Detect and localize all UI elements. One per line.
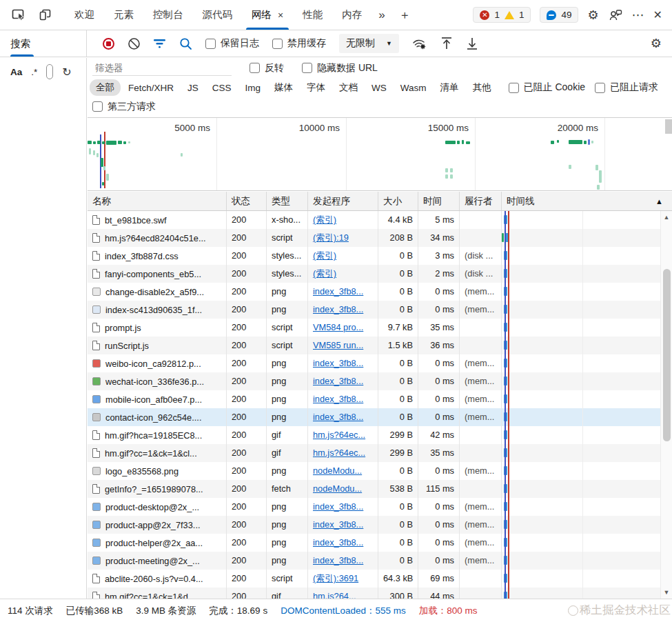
request-name-cell[interactable]: runScript.js [88,337,227,354]
request-name-cell[interactable]: hm.gif?cc=1&ck=1&cl... [88,444,227,462]
table-row[interactable]: getInfo?_=1651989078...200fetchnodeModu.… [88,480,660,498]
preserve-log-option[interactable]: 保留日志 [205,37,259,50]
table-row[interactable]: fanyi-components_eb5...200styles...(索引)0… [88,265,660,283]
initiator-link[interactable]: hm.js?64... [313,591,356,599]
header-status[interactable]: 状态 [227,192,267,210]
throttling-dropdown[interactable]: 无限制 ▼ [339,34,399,53]
initiator-link[interactable]: hm.js?64ec... [313,448,365,458]
initiator-link[interactable]: (索引):19 [313,232,349,243]
clear-button[interactable] [128,37,141,50]
table-row[interactable]: hm.gif?cc=1&ck=1&cl...200gifhm.js?64ec..… [88,444,660,462]
request-name-cell[interactable]: index-sc413d90635_1f... [88,301,227,319]
search-toggle-icon[interactable] [179,37,192,50]
table-row[interactable]: index_3fb887d.css200styles...(索引)0 B3 ms… [88,247,660,265]
request-name-cell[interactable]: weibo-icon_ca92812.p... [88,354,227,372]
initiator-link[interactable]: VM585 run... [313,340,363,350]
scrollbar-thumb[interactable] [663,269,671,441]
header-fulfilled[interactable]: 履行者 [460,192,502,210]
table-row[interactable]: change-disable2x_a5f9...200pngindex_3fb8… [88,283,660,301]
issues-badge[interactable]: ✕ 1 1 [473,7,531,23]
initiator-link[interactable]: index_3fb8... [313,537,363,548]
hide-data-url-checkbox[interactable] [302,63,312,73]
table-row[interactable]: abclite-2060-s.js?v=0.4...200script(索引):… [88,570,660,588]
tab-memory[interactable]: 内存 [332,0,371,30]
filter-chip[interactable]: 其他 [467,79,498,96]
third-party-checkbox[interactable] [92,101,103,112]
table-row[interactable]: hm.gif?hca=19185EC8...200gifhm.js?64ec..… [88,426,660,444]
initiator-link[interactable]: index_3fb8... [313,519,363,530]
filter-chip[interactable]: CSS [206,81,238,95]
request-name-cell[interactable]: hm.gif?cc=1&ck=1&d... [88,588,227,599]
network-conditions-icon[interactable] [412,37,427,50]
tab-close-icon[interactable]: × [278,10,283,21]
device-toolbar-icon[interactable] [37,8,52,23]
blocked-cookies-option[interactable]: 已阻止 Cookie [509,81,585,94]
request-name-cell[interactable]: product-meeting@2x_... [88,552,227,570]
import-har-icon[interactable] [440,37,453,50]
filter-chip[interactable]: Fetch/XHR [122,81,180,95]
request-name-cell[interactable]: prompt.js [88,319,227,337]
initiator-link[interactable]: index_3fb8... [313,304,363,314]
request-name-cell[interactable]: product-helper@2x_aa... [88,534,227,552]
request-name-cell[interactable]: wechat-icon_336fe36.p... [88,372,227,390]
invert-option[interactable]: 反转 [250,62,284,74]
filter-chip[interactable]: Img [239,81,267,95]
tab-elements[interactable]: 元素 [104,0,143,30]
filter-chip[interactable]: 媒体 [268,79,299,96]
tab-welcome[interactable]: 欢迎 [65,0,104,30]
request-name-cell[interactable]: index_3fb887d.css [88,247,227,265]
header-type[interactable]: 类型 [267,192,308,210]
blocked-requests-option[interactable]: 已阻止请求 [595,81,658,94]
initiator-link[interactable]: (索引) [313,268,336,279]
tab-network[interactable]: 网络 × [242,0,293,30]
request-name-cell[interactable]: change-disable2x_a5f9... [88,283,227,301]
initiator-link[interactable]: nodeModu... [313,483,362,494]
more-tabs-icon[interactable]: » [371,8,391,22]
table-row[interactable]: contact-icon_962c54e....200pngindex_3fb8… [88,408,660,426]
table-row[interactable]: product-helper@2x_aa...200pngindex_3fb8.… [88,534,660,552]
feedback-person-icon[interactable] [608,8,623,23]
filter-chip[interactable]: Wasm [394,81,433,95]
table-row[interactable]: prompt.js200scriptVM584 pro...9.7 kB35 m… [88,319,660,337]
blocked-requests-checkbox[interactable] [595,83,605,93]
inspect-element-icon[interactable] [11,8,26,23]
table-row[interactable]: hm.js?64ecd82404c51e...200script(索引):192… [88,229,660,247]
filter-chip[interactable]: 全部 [90,79,121,96]
feedback-badge[interactable]: 49 [540,7,578,23]
filter-toggle-icon[interactable] [154,39,166,48]
table-row[interactable]: mobile-icon_afb0ee7.p...200pngindex_3fb8… [88,390,660,408]
initiator-link[interactable]: hm.js?64ec... [313,430,365,440]
request-name-cell[interactable]: product-desktop@2x_... [88,498,227,516]
disable-cache-option[interactable]: 禁用缓存 [272,37,326,50]
initiator-link[interactable]: index_3fb8... [313,555,363,565]
initiator-link[interactable]: index_3fb8... [313,286,363,297]
filter-input[interactable] [92,61,232,76]
request-name-cell[interactable]: logo_e835568.png [88,462,227,480]
filter-chip[interactable]: 文档 [333,79,364,96]
request-name-cell[interactable]: product-app@2x_7f33... [88,516,227,534]
header-name[interactable]: 名称 [88,192,227,210]
table-row[interactable]: product-app@2x_7f33...200pngindex_3fb8..… [88,516,660,534]
request-name-cell[interactable]: contact-icon_962c54e.... [88,408,227,426]
regex-toggle[interactable]: .* [31,67,37,77]
request-name-cell[interactable]: mobile-icon_afb0ee7.p... [88,390,227,408]
initiator-link[interactable]: VM584 pro... [313,322,363,332]
table-row[interactable]: runScript.js200scriptVM585 run...1.5 kB3… [88,337,660,354]
blocked-cookies-checkbox[interactable] [509,83,519,93]
disable-cache-checkbox[interactable] [272,39,283,49]
initiator-link[interactable]: index_3fb8... [313,376,363,386]
initiator-link[interactable]: (索引) [313,250,336,261]
header-size[interactable]: 大小 [378,192,418,210]
tab-sources[interactable]: 源代码 [193,0,243,30]
table-row[interactable]: hm.gif?cc=1&ck=1&d...200gifhm.js?64...30… [88,588,660,599]
request-name-cell[interactable]: bt_e981bce.swf [88,211,227,229]
table-row[interactable]: wechat-icon_336fe36.p...200pngindex_3fb8… [88,372,660,390]
invert-checkbox[interactable] [250,63,260,73]
request-name-cell[interactable]: getInfo?_=1651989078... [88,480,227,498]
table-row[interactable]: weibo-icon_ca92812.p...200pngindex_3fb8.… [88,354,660,372]
table-row[interactable]: index-sc413d90635_1f...200pngindex_3fb8.… [88,301,660,319]
table-row[interactable]: product-desktop@2x_...200pngindex_3fb8..… [88,498,660,516]
match-case-toggle[interactable]: Aa [10,67,22,77]
scroll-up-icon[interactable]: ▲ [661,214,672,221]
hide-data-url-option[interactable]: 隐藏数据 URL [302,62,378,74]
